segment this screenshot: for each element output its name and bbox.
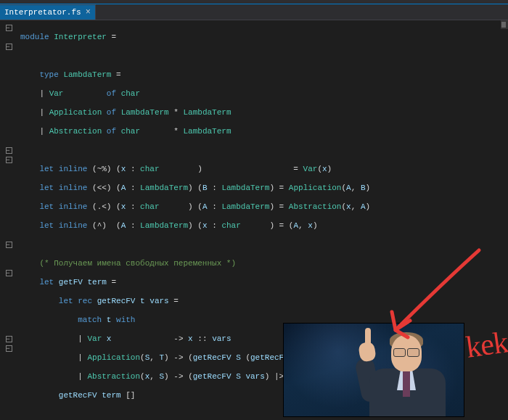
fold-icon[interactable]: [0, 268, 17, 278]
meme-image: [283, 323, 464, 417]
tab-interpretator[interactable]: Interpretator.fs ×: [0, 4, 96, 20]
fold-icon[interactable]: [0, 240, 17, 250]
tab-bar: Interpretator.fs ×: [0, 4, 508, 20]
fold-icon[interactable]: [0, 155, 17, 165]
close-icon[interactable]: ×: [86, 8, 91, 17]
fold-icon[interactable]: [0, 42, 17, 52]
fold-icon[interactable]: [0, 23, 17, 33]
fold-icon[interactable]: [0, 146, 17, 155]
person-figure: [355, 329, 449, 416]
fold-icon[interactable]: [0, 344, 17, 353]
fold-gutter: [0, 20, 17, 420]
fold-icon[interactable]: [0, 334, 17, 344]
tab-label: Interpretator.fs: [4, 8, 81, 17]
